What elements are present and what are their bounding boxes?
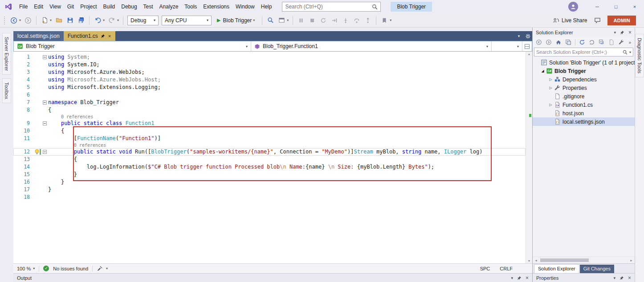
folding-margin[interactable] (41, 120, 48, 127)
undo-icon[interactable] (93, 16, 102, 25)
code-text[interactable]: public static class Function1 (48, 120, 159, 127)
forward-circle-icon[interactable] (545, 38, 553, 46)
toolbar-overflow-icon[interactable]: » (628, 40, 632, 45)
tree-item-gitignore[interactable]: .gitignore (533, 92, 635, 101)
collapse-region-icon[interactable] (43, 55, 47, 59)
restart-icon[interactable] (318, 16, 328, 25)
code-line-2[interactable]: 2using System.IO; (13, 61, 526, 68)
toolbar-options-chevron-icon[interactable]: ▾ (390, 18, 391, 22)
space-indicator[interactable]: SPC (480, 266, 490, 271)
step-over-icon[interactable] (352, 16, 362, 25)
break-all-icon[interactable] (296, 16, 306, 25)
close-button[interactable]: × (625, 1, 644, 12)
code-line-5[interactable]: 5using Microsoft.Extensions.Logging; (13, 84, 526, 91)
type-dropdown[interactable]: Blob_Trigger.Function1 ▾ (251, 41, 492, 51)
window-position-chevron-icon[interactable]: ▾ (511, 276, 513, 280)
code-text[interactable]: using Microsoft.Azure.WebJobs.Host; (48, 76, 165, 84)
server-explorer-tab[interactable]: Server Explorer (2, 33, 11, 75)
pin-icon[interactable] (620, 276, 624, 280)
code-line-6[interactable]: 6 (13, 91, 526, 99)
code-text[interactable]: namespace Blob_Trigger (48, 99, 123, 106)
live-share-button[interactable]: Live Share (553, 17, 587, 24)
step-out-icon[interactable] (363, 16, 373, 25)
tab-local-settings-json[interactable]: local.settings.json (13, 31, 64, 41)
maximize-button[interactable]: □ (607, 1, 625, 12)
code-text[interactable]: } (48, 178, 69, 186)
scroll-right-icon[interactable]: ► (628, 259, 635, 262)
collapse-region-icon[interactable] (43, 150, 47, 154)
code-text[interactable]: using Microsoft.Azure.WebJobs; (48, 68, 149, 76)
codelens-references[interactable]: 0 references (13, 142, 526, 148)
active-files-dropdown-icon[interactable]: ▾ (514, 31, 523, 41)
code-line-9[interactable]: 9public static class Function1 (13, 120, 526, 127)
member-dropdown[interactable]: ▾ (492, 41, 522, 51)
sync-with-active-document-icon[interactable] (578, 38, 586, 46)
quick-search-box[interactable] (282, 2, 381, 12)
code-line-8[interactable]: 8{ (13, 106, 526, 114)
tree-item-blob-trigger[interactable]: ◢C#Blob Trigger (533, 67, 635, 75)
code-text[interactable]: public static void Run([BlobTrigger("sam… (48, 148, 487, 156)
editor-vertical-scrollbar[interactable]: ▲ ▼ (526, 52, 532, 263)
diagnostic-tools-tab[interactable]: Diagnostic Tools (635, 34, 644, 77)
save-all-icon[interactable] (76, 16, 86, 25)
tree-item-solution-blob-trigger-1-of-1-project[interactable]: Solution 'Blob Trigger' (1 of 1 project) (533, 58, 635, 67)
expander-collapsed-icon[interactable]: ▷ (548, 77, 554, 81)
solution-configurations-dropdown[interactable]: Debug ▾ (127, 16, 159, 25)
minimize-button[interactable]: ─ (588, 1, 607, 12)
code-line-10[interactable]: 10{ (13, 127, 526, 135)
code-line-14[interactable]: 14log.LogInformation($"C# Blob trigger f… (13, 163, 526, 171)
menu-debug[interactable]: Debug (118, 1, 140, 12)
tree-item-local-settings-json[interactable]: {}local.settings.json (533, 117, 635, 126)
code-text[interactable]: 0 references (48, 114, 98, 120)
solution-search-input[interactable] (536, 49, 621, 55)
refresh-icon[interactable] (588, 38, 596, 46)
scrollbar-track[interactable] (539, 257, 628, 263)
folding-margin[interactable] (41, 148, 48, 156)
folding-margin[interactable] (41, 99, 48, 106)
issues-status[interactable]: No issues found (53, 266, 88, 271)
new-file-icon[interactable] (40, 16, 49, 25)
code-text[interactable]: log.LogInformation($"C# Blob trigger fun… (48, 163, 439, 171)
solution-platforms-dropdown[interactable]: Any CPU ▾ (162, 16, 212, 25)
navigate-forward-icon[interactable] (23, 16, 33, 25)
code-text[interactable]: { (48, 127, 69, 135)
scrollbar-thumb[interactable] (540, 258, 589, 262)
code-line-3[interactable]: 3using Microsoft.Azure.WebJobs; (13, 68, 526, 76)
menu-build[interactable]: Build (100, 1, 118, 12)
window-position-chevron-icon[interactable]: ▾ (614, 30, 616, 35)
properties-icon[interactable] (617, 38, 625, 46)
user-avatar[interactable] (568, 2, 578, 12)
solution-explorer-header[interactable]: Solution Explorer ▾ × (533, 28, 635, 37)
window-position-chevron-icon[interactable]: ▾ (613, 276, 615, 280)
code-text[interactable]: } (48, 171, 82, 178)
show-all-files-icon[interactable] (607, 38, 615, 46)
close-icon[interactable]: × (628, 275, 631, 281)
code-line-16[interactable]: 16} (13, 178, 526, 186)
code-text[interactable]: [FunctionName("Function1")] (48, 135, 165, 142)
pin-icon[interactable] (101, 34, 105, 38)
expander-expanded-icon[interactable]: ◢ (540, 69, 546, 73)
split-editor-icon[interactable] (522, 41, 532, 51)
code-text[interactable]: using Microsoft.Extensions.Logging; (48, 84, 165, 91)
collapse-region-icon[interactable] (43, 121, 47, 125)
menu-edit[interactable]: Edit (31, 1, 46, 12)
code-text[interactable]: 0 references (48, 142, 110, 148)
code-cleanup-broom-icon[interactable] (97, 266, 103, 272)
collapse-region-icon[interactable] (43, 101, 47, 105)
menu-file[interactable]: File (16, 1, 31, 12)
code-text[interactable]: using System.IO; (48, 61, 104, 68)
code-line-18[interactable]: 18 (13, 193, 526, 201)
toolbox-tab[interactable]: Toolbox (2, 78, 11, 103)
code-line-4[interactable]: 4using Microsoft.Azure.WebJobs.Host; (13, 76, 526, 84)
chevron-down-icon[interactable]: ▾ (287, 18, 289, 22)
code-text[interactable]: { (48, 156, 82, 163)
show-next-statement-icon[interactable] (330, 16, 339, 25)
chevron-down-icon[interactable]: ▾ (629, 50, 631, 54)
find-in-files-icon[interactable] (265, 16, 275, 25)
code-line-11[interactable]: 11[FunctionName("Function1")] (13, 135, 526, 142)
code-text[interactable] (48, 193, 53, 201)
lightbulb-icon[interactable] (34, 149, 40, 155)
chevron-down-icon[interactable]: ▾ (103, 18, 105, 22)
home-icon[interactable] (554, 38, 562, 46)
chevron-down-icon[interactable]: ▾ (106, 266, 108, 270)
